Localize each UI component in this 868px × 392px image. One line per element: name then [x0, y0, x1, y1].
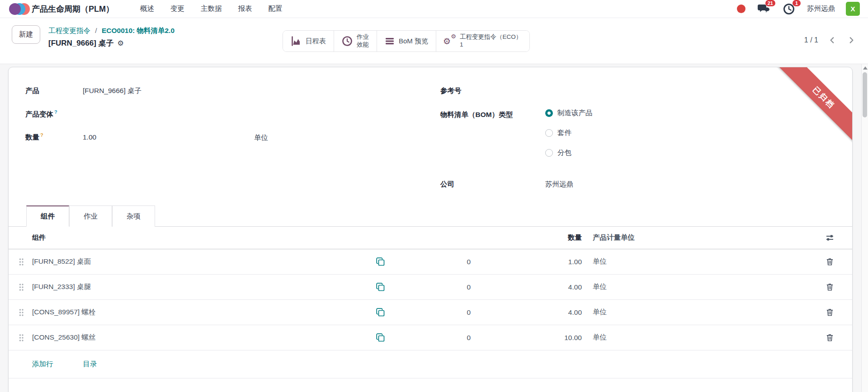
menu-master-data[interactable]: 主数据: [201, 4, 222, 14]
components-table: 组件 数量 产品计量单位 [FURN_8522] 桌面 0 1.00 单位: [9, 227, 852, 378]
top-navbar: 产品生命周期（PLM） 概述 变更 主数据 报表 配置 21 1 苏州远鼎 X: [0, 0, 868, 18]
company-value[interactable]: 苏州远鼎: [545, 180, 573, 189]
tab-components[interactable]: 组件: [26, 205, 69, 227]
delete-row-icon[interactable]: [821, 331, 839, 344]
breadcrumb-separator: /: [95, 27, 97, 34]
breadcrumb-parent-link[interactable]: 工程变更指令: [48, 27, 90, 34]
new-button[interactable]: 新建: [12, 25, 40, 44]
stat-button-group: 日程表 作业效能 BoM 预览 ⚙⚙ 工程变更指令（ECO）1: [283, 30, 530, 52]
bom-overview-button[interactable]: BoM 预览: [377, 31, 436, 51]
quantity-help-icon[interactable]: ?: [40, 132, 43, 138]
menu-reporting[interactable]: 报表: [238, 4, 252, 14]
list-bars-icon: [385, 36, 395, 46]
product-label: 产品: [25, 86, 83, 96]
drag-handle-icon[interactable]: [19, 333, 32, 342]
drag-handle-icon[interactable]: [19, 283, 32, 292]
product-value[interactable]: [FURN_9666] 桌子: [83, 86, 142, 96]
table-footer: 添加行 目录: [9, 350, 852, 378]
eco-count-button[interactable]: ⚙⚙ 工程变更指令（ECO）1: [436, 31, 529, 51]
radio-kit[interactable]: [545, 129, 553, 137]
drag-handle-icon[interactable]: [19, 257, 32, 266]
breadcrumb-current[interactable]: ECO0010: 物料清单2.0: [102, 27, 175, 34]
pager-previous-icon[interactable]: [827, 35, 837, 45]
menu-overview[interactable]: 概述: [140, 4, 154, 14]
reference-label: 参考号: [440, 86, 545, 96]
delete-row-icon[interactable]: [821, 306, 839, 318]
delete-row-icon[interactable]: [821, 256, 839, 268]
gears-icon: ⚙⚙: [444, 35, 456, 47]
drag-handle-icon[interactable]: [19, 308, 32, 317]
delete-row-icon[interactable]: [821, 281, 839, 293]
plm-app-window: 产品生命周期（PLM） 概述 变更 主数据 报表 配置 21 1 苏州远鼎 X …: [0, 0, 868, 392]
variant-help-icon[interactable]: ?: [54, 109, 57, 115]
col-component: 组件: [32, 233, 367, 242]
main-menu: 概述 变更 主数据 报表 配置: [140, 4, 283, 14]
form-fields: 产品 [FURN_9666] 桌子 产品变体? 数量? 1.00 单位: [9, 67, 852, 205]
bom-type-label: 物料清单（BOM）类型: [440, 110, 545, 120]
duplicate-icon[interactable]: [367, 255, 394, 268]
worksheet-performance-button[interactable]: 作业效能: [334, 31, 377, 51]
breadcrumb: 工程变更指令 / ECO0010: 物料清单2.0 [FURN_9666] 桌子…: [48, 25, 175, 48]
vertical-scrollbar[interactable]: [861, 64, 868, 392]
duplicate-icon[interactable]: [367, 331, 394, 344]
variant-label: 产品变体?: [25, 109, 83, 119]
pager: 1 / 1: [804, 35, 856, 45]
odoo-logo-icon[interactable]: [9, 3, 27, 15]
bom-type-radio-group: 制造该产品 套件 分包: [545, 106, 593, 166]
table-row: [FURN_2333] 桌腿 0 4.00 单位: [9, 275, 852, 300]
status-dot-icon[interactable]: [737, 5, 745, 13]
activities-badge: 1: [793, 0, 801, 6]
quantity-label: 数量?: [25, 132, 83, 142]
clock-icon: [342, 36, 353, 47]
messages-badge: 21: [765, 0, 775, 6]
col-uom: 产品计量单位: [586, 233, 683, 243]
area-chart-icon: [291, 36, 302, 47]
app-title[interactable]: 产品生命周期（PLM）: [32, 4, 114, 14]
quantity-uom-value[interactable]: 单位: [254, 133, 268, 143]
tab-operations[interactable]: 作业: [69, 205, 112, 227]
radio-manufacture[interactable]: [545, 109, 553, 117]
pager-counter: 1 / 1: [804, 36, 818, 44]
optional-columns-icon[interactable]: [821, 232, 839, 244]
record-title: [FURN_9666] 桌子: [48, 38, 114, 48]
duplicate-icon[interactable]: [367, 280, 394, 294]
user-avatar[interactable]: X: [846, 2, 860, 16]
table-header: 组件 数量 产品计量单位: [9, 227, 852, 249]
messages-icon[interactable]: 21: [756, 2, 771, 16]
table-row: [CONS_25630] 螺丝 0 10.00 单位: [9, 325, 852, 350]
scroll-up-arrow-icon[interactable]: [863, 66, 868, 70]
catalog-link[interactable]: 目录: [83, 359, 97, 369]
tab-miscellaneous[interactable]: 杂项: [112, 205, 155, 227]
activities-clock-icon[interactable]: 1: [782, 2, 796, 16]
menu-changes[interactable]: 变更: [170, 4, 184, 14]
notebook-tabs: 组件 作业 杂项: [9, 205, 852, 227]
add-line-link[interactable]: 添加行: [32, 359, 53, 369]
pager-next-icon[interactable]: [846, 35, 856, 45]
control-panel: 新建 工程变更指令 / ECO0010: 物料清单2.0 [FURN_9666]…: [0, 18, 868, 64]
form-sheet: 已归档 产品 [FURN_9666] 桌子 产品变体? 数量? 1.00 单位: [8, 67, 853, 392]
table-row: [FURN_8522] 桌面 0 1.00 单位: [9, 249, 852, 275]
col-quantity: 数量: [475, 233, 586, 243]
quantity-input[interactable]: 1.00: [83, 133, 254, 143]
duplicate-icon[interactable]: [367, 306, 394, 319]
company-label: 公司: [440, 180, 545, 189]
radio-subcontract[interactable]: [545, 149, 553, 157]
content-area: 已归档 产品 [FURN_9666] 桌子 产品变体? 数量? 1.00 单位: [0, 64, 868, 392]
systray: 21 1 苏州远鼎 X: [737, 2, 860, 16]
menu-configuration[interactable]: 配置: [269, 4, 283, 14]
settings-gear-icon[interactable]: ⚙: [118, 39, 124, 47]
company-switcher[interactable]: 苏州远鼎: [807, 4, 835, 14]
scrollbar-thumb[interactable]: [863, 72, 867, 117]
schedule-button[interactable]: 日程表: [283, 31, 334, 51]
table-row: [CONS_89957] 螺栓 0 4.00 单位: [9, 300, 852, 325]
